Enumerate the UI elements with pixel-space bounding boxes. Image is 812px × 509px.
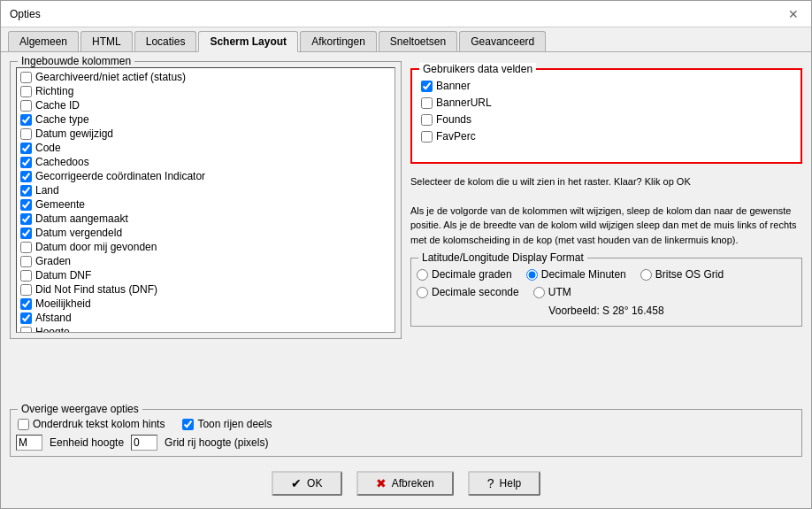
- column-checkbox-8[interactable]: [20, 185, 32, 197]
- user-data-item-1[interactable]: BannerURL: [419, 96, 793, 110]
- radio-item-dec-graden[interactable]: Decimale graden: [417, 268, 512, 281]
- column-checkbox-4[interactable]: [20, 128, 32, 140]
- user-data-label-1: BannerURL: [436, 96, 492, 109]
- tab-algemeen[interactable]: Algemeen: [8, 31, 79, 51]
- user-data-item-0[interactable]: Banner: [419, 79, 793, 93]
- ok-button[interactable]: ✔ OK: [272, 471, 342, 496]
- main-area: Ingebouwde kolommen Gearchiveerd/niet ac…: [10, 61, 802, 402]
- tab-geavanceerd[interactable]: Geavanceerd: [459, 31, 546, 51]
- column-item-3[interactable]: Cache type: [19, 112, 393, 127]
- user-data-checkbox-1[interactable]: [421, 97, 433, 109]
- info-text-2: Als je de volgorde van de kolommen wilt …: [410, 200, 802, 251]
- column-item-7[interactable]: Gecorrigeerde coördinaten Indicator: [19, 169, 393, 183]
- column-checkbox-15[interactable]: [20, 284, 32, 296]
- info-text-1: Selecteer de kolom die u wilt zien in he…: [410, 171, 802, 193]
- user-data-box: Gebruikers data velden BannerBannerURLFo…: [410, 68, 802, 164]
- tab-html[interactable]: HTML: [80, 31, 133, 51]
- column-label-15: Did Not Find status (DNF): [35, 283, 157, 296]
- column-item-9[interactable]: Gemeente: [19, 197, 393, 212]
- column-checkbox-5[interactable]: [20, 143, 32, 154]
- bottom-options-group: Overige weergave opties Onderdruk tekst …: [10, 409, 802, 457]
- column-item-17[interactable]: Afstand: [19, 311, 393, 325]
- toon-rijen-checkbox-item[interactable]: Toon rijen deels: [180, 417, 273, 431]
- column-checkbox-0[interactable]: [20, 72, 32, 83]
- close-button[interactable]: ✕: [785, 7, 802, 21]
- user-data-checkbox-3[interactable]: [421, 131, 433, 143]
- column-checkbox-11[interactable]: [20, 228, 32, 239]
- user-data-checkbox-0[interactable]: [421, 81, 433, 92]
- title-bar: Opties ✕: [1, 1, 811, 27]
- column-label-14: Datum DNF: [35, 269, 91, 281]
- radio-item-utm[interactable]: UTM: [533, 286, 571, 298]
- column-item-10[interactable]: Datum aangemaakt: [19, 212, 393, 226]
- column-checkbox-13[interactable]: [20, 256, 32, 267]
- column-item-12[interactable]: Datum door mij gevonden: [19, 240, 393, 254]
- radio-item-dec-seconde[interactable]: Decimale seconde: [417, 286, 519, 298]
- column-item-8[interactable]: Land: [19, 183, 393, 197]
- column-checkbox-3[interactable]: [20, 114, 32, 126]
- column-item-14[interactable]: Datum DNF: [19, 268, 393, 282]
- cancel-button[interactable]: ✖ Afbreken: [356, 471, 454, 496]
- radio-utm[interactable]: [533, 287, 545, 298]
- radio-item-dec-minuten[interactable]: Decimale Minuten: [526, 268, 626, 281]
- column-label-4: Datum gewijzigd: [35, 127, 113, 140]
- column-item-18[interactable]: Hoogte: [19, 325, 393, 333]
- column-checkbox-6[interactable]: [20, 157, 32, 168]
- column-item-16[interactable]: Moeilijkheid: [19, 297, 393, 311]
- help-label: Help: [500, 477, 522, 490]
- column-item-4[interactable]: Datum gewijzigd: [19, 127, 393, 141]
- help-button[interactable]: ? Help: [468, 471, 540, 496]
- main-window: Opties ✕ Algemeen HTML Locaties Scherm L…: [0, 0, 812, 509]
- column-item-0[interactable]: Gearchiveerd/niet actief (status): [19, 70, 393, 84]
- column-label-7: Gecorrigeerde coördinaten Indicator: [35, 170, 205, 182]
- radio-britse[interactable]: [640, 269, 652, 281]
- column-item-1[interactable]: Richting: [19, 84, 393, 98]
- user-data-label-3: FavPerc: [436, 130, 476, 143]
- ok-label: OK: [307, 477, 322, 490]
- toon-rijen-checkbox[interactable]: [182, 419, 194, 430]
- column-item-15[interactable]: Did Not Find status (DNF): [19, 282, 393, 297]
- column-checkbox-17[interactable]: [20, 312, 32, 324]
- user-data-label-2: Founds: [436, 113, 471, 126]
- column-item-13[interactable]: Graden: [19, 254, 393, 268]
- column-item-11[interactable]: Datum vergendeld: [19, 226, 393, 240]
- radio-row-1: Decimale gradenDecimale MinutenBritse OS…: [417, 266, 796, 283]
- column-checkbox-14[interactable]: [20, 270, 32, 281]
- radio-dec-seconde[interactable]: [417, 287, 428, 298]
- radio-label-utm: UTM: [548, 286, 571, 298]
- column-checkbox-2[interactable]: [20, 100, 32, 112]
- columns-list[interactable]: Gearchiveerd/niet actief (status)Richtin…: [16, 67, 395, 333]
- onderdruk-checkbox-item[interactable]: Onderdruk tekst kolom hints: [16, 417, 166, 431]
- grid-value-input[interactable]: [131, 435, 157, 451]
- user-data-checkbox-2[interactable]: [421, 114, 433, 126]
- user-data-label-0: Banner: [436, 80, 471, 92]
- ingebouwde-kolommen-group: Ingebouwde kolommen Gearchiveerd/niet ac…: [10, 61, 402, 339]
- column-checkbox-9[interactable]: [20, 199, 32, 211]
- column-checkbox-7[interactable]: [20, 171, 32, 182]
- unit-value-input[interactable]: [16, 435, 42, 451]
- column-checkbox-1[interactable]: [20, 86, 32, 97]
- column-checkbox-16[interactable]: [20, 298, 32, 310]
- lat-lon-box: Latitude/Longitude Display Format Decima…: [410, 258, 802, 327]
- user-data-item-3[interactable]: FavPerc: [419, 129, 793, 143]
- help-icon: ?: [487, 476, 494, 490]
- onderdruk-checkbox[interactable]: [18, 419, 29, 430]
- column-label-5: Code: [35, 142, 61, 154]
- column-item-2[interactable]: Cache ID: [19, 98, 393, 112]
- column-item-6[interactable]: Cachedoos: [19, 155, 393, 169]
- tab-locaties[interactable]: Locaties: [134, 31, 197, 51]
- radio-item-britse[interactable]: Britse OS Grid: [640, 268, 724, 281]
- user-data-item-2[interactable]: Founds: [419, 112, 793, 127]
- column-checkbox-10[interactable]: [20, 213, 32, 225]
- tab-scherm-layout[interactable]: Scherm Layout: [198, 31, 298, 52]
- column-checkbox-12[interactable]: [20, 242, 32, 253]
- column-checkbox-18[interactable]: [20, 327, 32, 334]
- options-row-2: Eenheid hoogte Grid rij hoogte (pixels): [16, 435, 796, 451]
- ingebouwde-kolommen-title: Ingebouwde kolommen: [18, 55, 134, 67]
- radio-dec-minuten[interactable]: [526, 269, 538, 281]
- tab-sneltoetsen[interactable]: Sneltoetsen: [379, 31, 457, 51]
- column-label-10: Datum aangemaakt: [35, 212, 128, 225]
- tab-afkortingen[interactable]: Afkortingen: [300, 31, 377, 51]
- radio-dec-graden[interactable]: [417, 269, 428, 281]
- column-item-5[interactable]: Code: [19, 141, 393, 155]
